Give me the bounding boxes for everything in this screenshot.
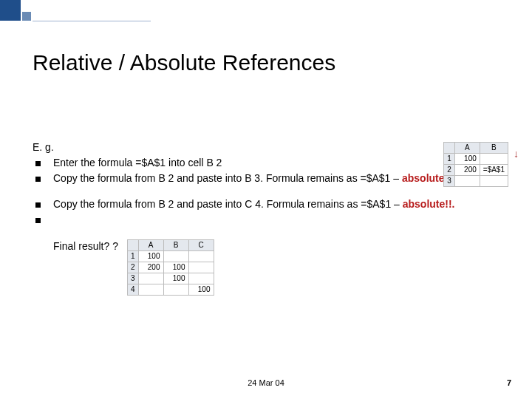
bullet-icon (35, 161, 41, 166)
bullet-icon (35, 177, 41, 182)
corner-decoration-large (0, 0, 21, 21)
final-result-row: Final result? ? A B C 1100 2200100 3100 … (53, 239, 505, 296)
footer-page-number: 7 (507, 378, 511, 387)
bullet-text: Copy the formula from B 2 and paste into… (53, 171, 505, 185)
bullet-row: Copy the formula from B 2 and paste into… (33, 171, 505, 185)
bullet-row: Enter the formula =$A$1 into cell B 2 (33, 156, 505, 170)
final-result-label: Final result? ? (53, 239, 118, 253)
example-spreadsheet: A B 1100 2200=$A$1 3 (443, 142, 508, 187)
bullet-text: Enter the formula =$A$1 into cell B 2 (53, 156, 505, 170)
slide-title: Relative / Absolute References (33, 50, 335, 75)
bullet-icon (35, 202, 41, 208)
arrow-down-icon: ↓ (514, 148, 519, 160)
bullet-row (33, 213, 505, 227)
bullet-row: Copy the formula from B 2 and paste into… (33, 197, 505, 211)
footer-date: 24 Mar 04 (248, 378, 284, 387)
corner-decoration-line (33, 21, 151, 21)
bullet-icon (35, 218, 41, 223)
example-label: E. g. (33, 140, 505, 154)
result-spreadsheet: A B C 1100 2200100 3100 4100 (127, 239, 214, 296)
example-spreadsheet-wrapper: A B 1100 2200=$A$1 3 (443, 142, 508, 187)
bullet-text: Copy the formula from B 2 and paste into… (53, 197, 505, 211)
slide-body: E. g. Enter the formula =$A$1 into cell … (33, 140, 505, 296)
corner-decoration-small (22, 12, 31, 21)
